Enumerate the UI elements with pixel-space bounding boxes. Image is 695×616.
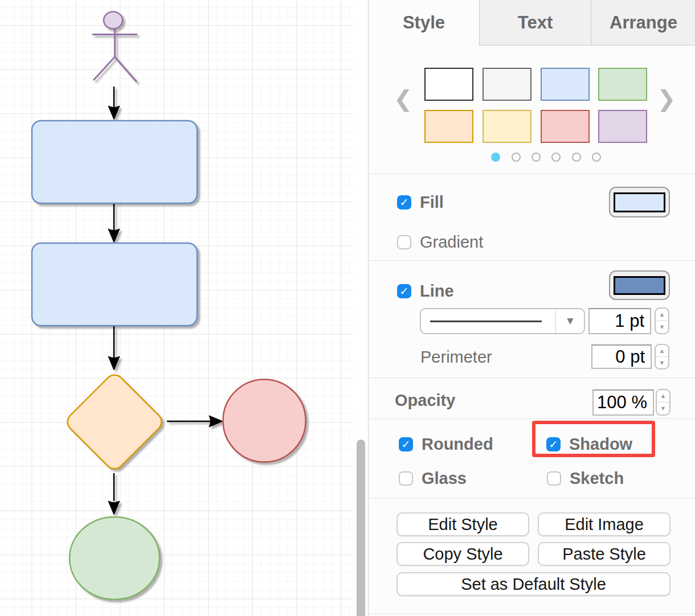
stepper-up-icon[interactable]: ▲ — [656, 309, 668, 321]
connector-5[interactable] — [108, 473, 120, 515]
edit-image-button[interactable]: Edit Image — [538, 512, 671, 536]
perimeter-input[interactable] — [591, 344, 652, 369]
style-preset-green[interactable] — [598, 68, 647, 101]
arrowhead-icon — [108, 106, 120, 120]
style-preset-red[interactable] — [541, 110, 590, 143]
divider — [555, 309, 556, 333]
end-circle-green-shape[interactable] — [70, 517, 160, 599]
connector-4[interactable] — [167, 416, 223, 427]
arrowhead-icon — [108, 229, 120, 243]
tab-text[interactable]: Text — [479, 0, 591, 46]
end-circle-red-shape[interactable] — [223, 380, 306, 462]
line-checkbox[interactable]: ✓ — [397, 284, 411, 298]
fill-checkbox[interactable]: ✓ — [397, 195, 411, 210]
style-preset-blue[interactable] — [541, 68, 590, 101]
fill-color-button[interactable] — [609, 187, 670, 217]
connector-3[interactable] — [108, 326, 120, 370]
tab-style[interactable]: Style — [369, 0, 479, 46]
actor-body — [92, 29, 137, 83]
edit-style-label: Edit Style — [428, 515, 498, 534]
stepper-up-icon[interactable]: ▲ — [657, 390, 669, 403]
rounded-label: Rounded — [422, 435, 493, 454]
diagram-canvas[interactable] — [0, 0, 368, 616]
fill-color-swatch — [614, 192, 665, 212]
divider — [369, 377, 695, 378]
palette-page-dot-3[interactable] — [532, 153, 541, 162]
fill-label: Fill — [420, 193, 444, 212]
stepper-down-icon[interactable]: ▼ — [657, 403, 669, 414]
opacity-label: Opacity — [395, 391, 455, 410]
decision-shape[interactable] — [64, 371, 165, 473]
paste-style-label: Paste Style — [562, 545, 646, 564]
palette-page-dot-6[interactable] — [592, 153, 601, 162]
divider — [369, 614, 695, 614]
palette-page-dot-4[interactable] — [551, 153, 561, 162]
opacity-stepper[interactable]: ▲ ▼ — [656, 389, 671, 416]
divider — [369, 418, 695, 419]
check-icon: ✓ — [402, 439, 411, 450]
perimeter-label: Perimeter — [420, 348, 492, 367]
copy-style-button[interactable]: Copy Style — [396, 542, 529, 566]
set-default-style-button[interactable]: Set as Default Style — [396, 572, 671, 596]
format-panel: Style Text Arrange ❮ ❯ ✓ Fill — [368, 0, 695, 616]
edit-style-button[interactable]: Edit Style — [396, 512, 529, 536]
line-width-stepper[interactable]: ▲ ▼ — [655, 307, 669, 334]
canvas-vertical-scrollbar[interactable] — [357, 440, 365, 616]
line-label: Line — [420, 282, 454, 301]
tab-text-label: Text — [518, 13, 553, 33]
actor-head — [104, 12, 122, 29]
process-2-shape[interactable] — [32, 243, 197, 326]
edit-image-label: Edit Image — [565, 515, 644, 534]
check-icon: ✓ — [549, 439, 558, 450]
line-style-dropdown[interactable]: ▼ — [420, 308, 585, 334]
stepper-down-icon[interactable]: ▼ — [656, 357, 668, 368]
rounded-checkbox[interactable]: ✓ — [399, 437, 413, 451]
line-width-input[interactable] — [588, 308, 651, 334]
process-1-shape[interactable] — [32, 121, 197, 203]
drawio-editor: Style Text Arrange ❮ ❯ ✓ Fill — [0, 0, 695, 616]
tab-arrange-label: Arrange — [610, 13, 677, 33]
actor-shape[interactable] — [92, 12, 137, 83]
divider — [369, 260, 695, 261]
glass-label: Glass — [422, 469, 467, 488]
glass-checkbox[interactable]: ✓ — [399, 471, 413, 486]
flowchart-diagram — [0, 0, 368, 616]
check-icon: ✓ — [400, 197, 409, 208]
style-preset-purple[interactable] — [598, 110, 647, 143]
connector-1[interactable] — [108, 87, 120, 120]
paste-style-button[interactable]: Paste Style — [538, 542, 671, 566]
palette-next-icon[interactable]: ❯ — [657, 86, 676, 111]
tab-arrange[interactable]: Arrange — [591, 0, 695, 46]
shadow-checkbox[interactable]: ✓ — [546, 437, 561, 451]
arrowhead-icon — [108, 501, 120, 515]
opacity-input[interactable] — [592, 389, 654, 416]
style-preset-orange[interactable] — [424, 110, 473, 143]
style-preset-yellow[interactable] — [483, 110, 532, 143]
chevron-down-icon: ▼ — [557, 309, 584, 333]
palette-page-dot-5[interactable] — [572, 153, 581, 162]
gradient-checkbox[interactable]: ✓ — [397, 235, 411, 249]
set-default-style-label: Set as Default Style — [461, 575, 606, 594]
palette-page-dot-2[interactable] — [512, 153, 521, 162]
sketch-label: Sketch — [570, 469, 624, 488]
copy-style-label: Copy Style — [423, 545, 502, 564]
palette-prev-icon[interactable]: ❮ — [394, 86, 413, 111]
arrowhead-icon — [108, 356, 120, 370]
line-style-preview — [430, 321, 542, 322]
perimeter-stepper[interactable]: ▲ ▼ — [655, 344, 669, 369]
line-color-swatch — [614, 276, 665, 295]
stepper-down-icon[interactable]: ▼ — [656, 321, 668, 333]
style-preset-gray[interactable] — [483, 68, 532, 101]
shadow-label: Shadow — [569, 435, 632, 454]
connector-2[interactable] — [108, 204, 120, 243]
sketch-checkbox[interactable]: ✓ — [547, 471, 561, 486]
line-color-button[interactable] — [609, 270, 670, 300]
gradient-label: Gradient — [420, 233, 483, 252]
divider — [369, 498, 695, 499]
style-preset-white[interactable] — [424, 68, 473, 101]
arrowhead-icon — [209, 416, 223, 427]
stepper-up-icon[interactable]: ▲ — [656, 345, 668, 357]
palette-page-dot-1[interactable] — [491, 153, 500, 162]
divider — [369, 174, 695, 174]
tab-style-label: Style — [403, 13, 445, 33]
